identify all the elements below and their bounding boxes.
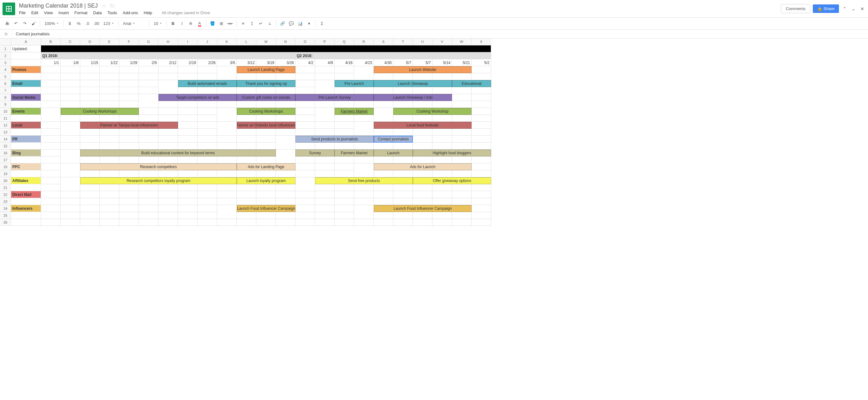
date-cell[interactable]: 1/1	[41, 59, 61, 66]
cell[interactable]	[178, 108, 197, 115]
cell[interactable]	[471, 122, 491, 129]
filter-icon[interactable]: ▾	[305, 20, 313, 28]
row-header-5[interactable]: 5	[0, 73, 11, 80]
cell-A14[interactable]: PR	[11, 136, 41, 142]
cell[interactable]	[315, 87, 335, 94]
menu-help[interactable]: Help	[144, 10, 152, 15]
cell[interactable]	[139, 73, 158, 80]
task-cell[interactable]: Target competitors w/ ads	[158, 94, 237, 101]
cell[interactable]	[178, 184, 197, 191]
cell[interactable]	[80, 129, 100, 136]
row-header-19[interactable]: 19	[0, 170, 11, 177]
strike-icon[interactable]: S	[187, 20, 194, 28]
cell[interactable]	[80, 212, 100, 219]
increase-decimal-icon[interactable]: .00	[92, 20, 100, 28]
cell[interactable]	[139, 212, 158, 219]
cell[interactable]	[393, 198, 413, 205]
cell[interactable]	[178, 212, 197, 219]
cell[interactable]	[335, 198, 354, 205]
cell[interactable]	[119, 184, 139, 191]
cell[interactable]	[432, 184, 452, 191]
date-cell[interactable]: 3/12	[237, 59, 256, 66]
date-cell[interactable]: 3/26	[276, 59, 296, 66]
cell[interactable]	[296, 142, 315, 149]
cell[interactable]	[178, 157, 197, 163]
cell[interactable]	[197, 184, 217, 191]
cell[interactable]	[41, 184, 61, 191]
col-header-E[interactable]: E	[100, 38, 119, 45]
cell[interactable]	[276, 212, 296, 219]
col-header-T[interactable]: T	[393, 38, 413, 45]
cell[interactable]	[393, 170, 413, 177]
cell[interactable]	[335, 115, 354, 122]
cell[interactable]	[139, 198, 158, 205]
cell[interactable]	[256, 191, 276, 198]
cell[interactable]	[100, 170, 119, 177]
black-bar[interactable]	[41, 45, 491, 53]
cell[interactable]	[178, 205, 197, 212]
cell[interactable]	[158, 219, 178, 226]
cell[interactable]	[80, 191, 100, 198]
cell[interactable]	[61, 66, 80, 73]
cell[interactable]	[237, 170, 256, 177]
text-color-icon[interactable]: A	[196, 20, 203, 28]
cell[interactable]	[354, 115, 374, 122]
wrap-icon[interactable]: ↵	[257, 20, 265, 28]
cell-A4[interactable]: Promos	[11, 66, 41, 73]
cell[interactable]	[80, 198, 100, 205]
row-header-24[interactable]: 24	[0, 205, 11, 212]
cell-A6[interactable]: Email	[11, 80, 41, 87]
cell[interactable]	[256, 198, 276, 205]
cell[interactable]	[237, 198, 256, 205]
cell[interactable]	[296, 115, 315, 122]
share-button[interactable]: 🔒Share	[813, 4, 839, 13]
chart-icon[interactable]: 📊	[297, 20, 304, 28]
cell[interactable]	[41, 66, 61, 73]
col-header-X[interactable]: X	[471, 38, 491, 45]
cell[interactable]	[354, 87, 374, 94]
cell-A24[interactable]: Influencers	[11, 205, 41, 212]
cell[interactable]	[374, 184, 393, 191]
col-header-H[interactable]: H	[158, 38, 178, 45]
col-header-U[interactable]: U	[413, 38, 432, 45]
cell[interactable]	[296, 101, 315, 108]
cell[interactable]	[413, 191, 432, 198]
cell[interactable]	[471, 115, 491, 122]
cell[interactable]	[256, 212, 276, 219]
cell[interactable]	[315, 122, 335, 129]
cell[interactable]	[471, 170, 491, 177]
cell[interactable]	[296, 170, 315, 177]
cell[interactable]	[119, 101, 139, 108]
cell[interactable]	[354, 157, 374, 163]
cell[interactable]	[139, 87, 158, 94]
cell[interactable]	[41, 198, 61, 205]
star-icon[interactable]: ☆	[102, 3, 106, 9]
cell[interactable]	[139, 191, 158, 198]
cell-A1[interactable]: Updated:	[11, 45, 41, 53]
cell-A2[interactable]	[11, 53, 41, 59]
cell[interactable]	[452, 115, 471, 122]
cell[interactable]	[61, 80, 80, 87]
date-cell[interactable]: 1/8	[61, 59, 80, 66]
cell[interactable]	[80, 87, 100, 94]
cell[interactable]	[100, 191, 119, 198]
cell[interactable]	[276, 73, 296, 80]
cell[interactable]	[315, 184, 335, 191]
cell[interactable]	[61, 212, 80, 219]
row-header-22[interactable]: 22	[0, 191, 11, 198]
cell[interactable]	[139, 108, 158, 115]
cell-A17[interactable]	[11, 157, 41, 163]
task-cell[interactable]: Launch Giveaway	[374, 80, 452, 87]
menu-file[interactable]: File	[19, 10, 26, 15]
col-header-R[interactable]: R	[354, 38, 374, 45]
menu-insert[interactable]: Insert	[58, 10, 69, 15]
sheets-logo[interactable]	[2, 2, 15, 15]
menu-format[interactable]: Format	[74, 10, 87, 15]
cell[interactable]	[256, 129, 276, 136]
cell[interactable]	[471, 219, 491, 226]
row-header-18[interactable]: 18	[0, 163, 11, 170]
cell[interactable]	[354, 212, 374, 219]
cell[interactable]	[61, 115, 80, 122]
cell[interactable]	[374, 101, 393, 108]
select-all-corner[interactable]	[0, 38, 11, 45]
